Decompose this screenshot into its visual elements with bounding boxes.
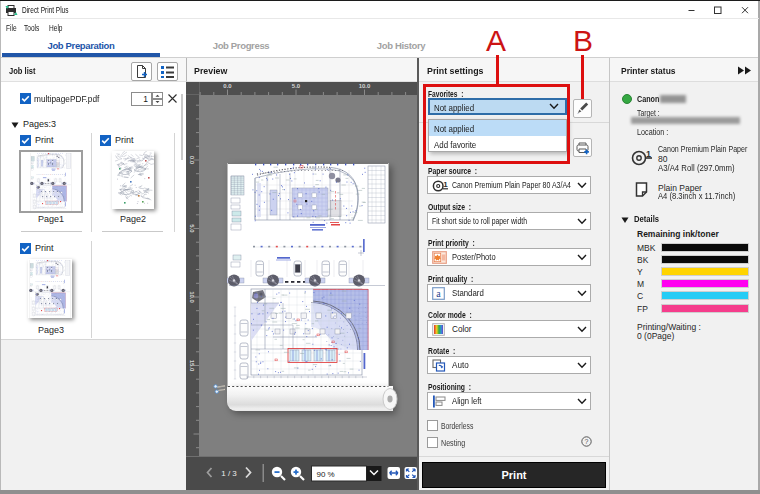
svg-text:15.0: 15.0 <box>189 360 195 372</box>
svg-text:a: a <box>436 288 441 299</box>
svg-text:5.0: 5.0 <box>292 83 301 89</box>
svg-text:5.0: 5.0 <box>189 224 195 233</box>
svg-text:1 / 3: 1 / 3 <box>221 469 237 478</box>
svg-text:1: 1 <box>646 149 651 159</box>
svg-text:90 %: 90 % <box>317 470 335 479</box>
svg-text:10.0: 10.0 <box>189 291 195 303</box>
svg-text:?: ? <box>585 438 589 445</box>
svg-text:0.0: 0.0 <box>223 83 232 89</box>
svg-text:0.0: 0.0 <box>189 156 195 165</box>
svg-text:10.0: 10.0 <box>359 83 371 89</box>
svg-text:1: 1 <box>443 180 448 189</box>
